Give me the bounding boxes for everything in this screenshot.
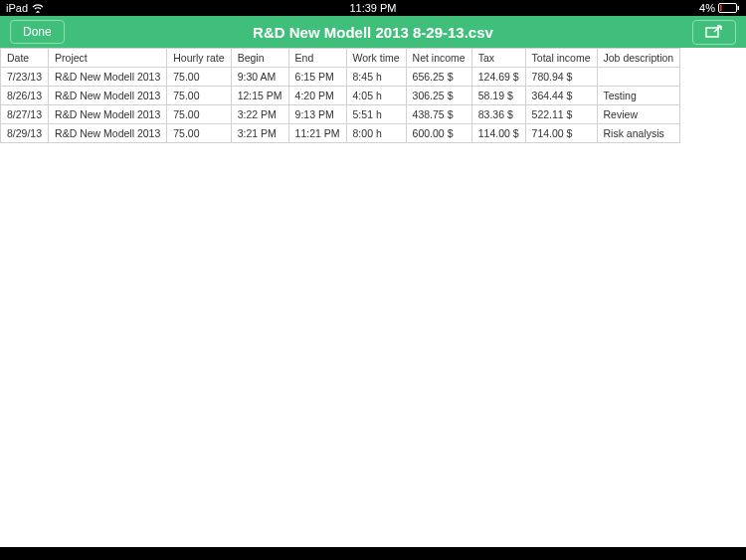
col-job-description: Job description [597,49,680,68]
table-cell: 8:45 h [346,68,406,87]
nav-bar: Done R&D New Modell 2013 8-29-13.csv [0,16,746,48]
content-area: Date Project Hourly rate Begin End Work … [0,48,746,547]
table-cell: 75.00 [167,124,231,143]
table-cell: 8/26/13 [1,87,49,105]
table-cell: R&D New Modell 2013 [49,105,167,124]
done-button[interactable]: Done [10,20,65,44]
status-time: 11:39 PM [349,2,396,14]
col-tax: Tax [471,49,525,68]
table-cell: 75.00 [167,105,231,124]
table-cell: 7/23/13 [1,68,49,87]
table-cell: 3:21 PM [231,124,288,143]
table-cell: 522.11 $ [525,105,597,124]
col-work-time: Work time [346,49,406,68]
table-cell: 600.00 $ [406,124,471,143]
svg-rect-1 [738,6,740,10]
table-cell: 8:00 h [346,124,406,143]
status-right: 4% [699,2,740,14]
table-cell: 714.00 $ [525,124,597,143]
table-cell: 3:22 PM [231,105,288,124]
table-row: 7/23/13R&D New Modell 201375.009:30 AM6:… [1,68,680,87]
bottom-bar [0,547,746,560]
col-net-income: Net income [406,49,471,68]
data-table: Date Project Hourly rate Begin End Work … [0,48,680,143]
table-cell: R&D New Modell 2013 [49,87,167,105]
table-cell: 6:15 PM [288,68,346,87]
table-cell: 83.36 $ [471,105,525,124]
table-row: 8/29/13R&D New Modell 201375.003:21 PM11… [1,124,680,143]
table-cell: 8/29/13 [1,124,49,143]
table-cell: R&D New Modell 2013 [49,68,167,87]
col-hourly-rate: Hourly rate [167,49,231,68]
table-row: 8/26/13R&D New Modell 201375.0012:15 PM4… [1,87,680,105]
col-date: Date [1,49,49,68]
table-cell: 114.00 $ [471,124,525,143]
table-cell: 58.19 $ [471,87,525,105]
table-cell: Review [597,105,680,124]
col-begin: Begin [231,49,288,68]
col-total-income: Total income [525,49,597,68]
table-cell: 9:30 AM [231,68,288,87]
status-left: iPad [6,2,44,14]
battery-icon [718,3,740,13]
table-header-row: Date Project Hourly rate Begin End Work … [1,49,680,68]
status-bar: iPad 11:39 PM 4% [0,0,746,16]
table-cell: 124.69 $ [471,68,525,87]
page-title: R&D New Modell 2013 8-29-13.csv [253,24,493,41]
battery-percent: 4% [699,2,715,14]
wifi-icon [32,3,44,13]
device-label: iPad [6,2,28,14]
share-button[interactable] [692,20,736,45]
table-cell: 11:21 PM [288,124,346,143]
table-cell: 4:20 PM [288,87,346,105]
table-cell: 656.25 $ [406,68,471,87]
col-end: End [288,49,346,68]
col-project: Project [49,49,167,68]
table-cell: 75.00 [167,87,231,105]
table-cell: 780.94 $ [525,68,597,87]
table-cell: 75.00 [167,68,231,87]
table-cell: 9:13 PM [288,105,346,124]
table-cell: 4:05 h [346,87,406,105]
table-cell: 438.75 $ [406,105,471,124]
table-cell [597,68,680,87]
table-cell: 5:51 h [346,105,406,124]
table-cell: 8/27/13 [1,105,49,124]
table-cell: 12:15 PM [231,87,288,105]
table-cell: Testing [597,87,680,105]
table-cell: Risk analysis [597,124,680,143]
table-cell: 364.44 $ [525,87,597,105]
table-row: 8/27/13R&D New Modell 201375.003:22 PM9:… [1,105,680,124]
table-cell: 306.25 $ [406,87,471,105]
share-icon [705,24,723,41]
table-cell: R&D New Modell 2013 [49,124,167,143]
svg-rect-2 [720,5,722,11]
